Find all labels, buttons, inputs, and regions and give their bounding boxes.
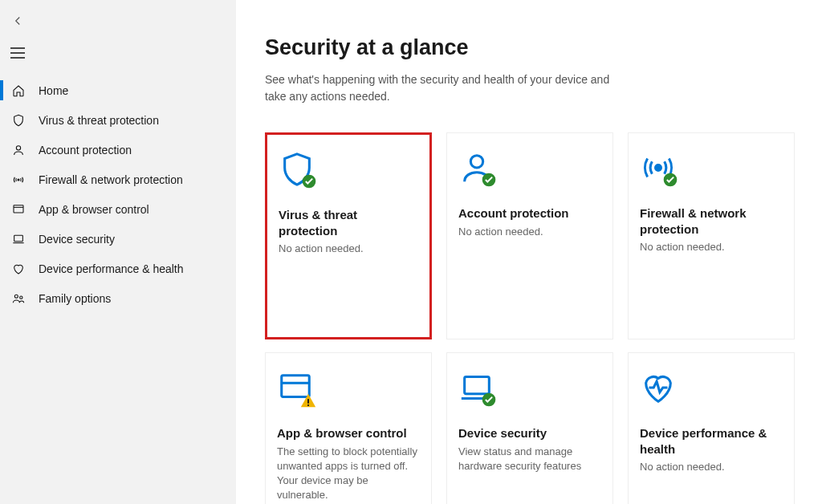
check-badge-icon [481, 392, 497, 408]
card-desc: View status and manage hardware security… [458, 445, 601, 474]
page-subtitle: See what's happening with the security a… [265, 71, 610, 105]
svg-rect-12 [307, 399, 309, 404]
sidebar-item-home[interactable]: Home [0, 75, 236, 105]
nav-list: Home Virus & threat protection Account p… [0, 75, 236, 313]
sidebar-item-account[interactable]: Account protection [0, 135, 236, 165]
card-desc: The setting to block potentially unwante… [277, 445, 420, 503]
card-title: Firewall & network protection [640, 205, 783, 237]
svg-rect-13 [307, 404, 309, 406]
warning-badge-icon [299, 392, 317, 409]
heart-icon [640, 369, 677, 406]
svg-point-9 [656, 165, 661, 171]
broadcast-icon [12, 173, 25, 186]
laptop-icon [12, 233, 25, 246]
card-firewall[interactable]: Firewall & network protection No action … [628, 132, 795, 339]
svg-point-5 [20, 296, 22, 299]
family-icon [12, 292, 25, 305]
card-title: Device performance & health [640, 425, 783, 457]
nav-label: App & browser control [39, 203, 149, 216]
card-app-browser[interactable]: App & browser control The setting to blo… [265, 352, 432, 504]
nav-label: Device security [39, 233, 115, 246]
nav-label: Home [39, 84, 68, 97]
sidebar-item-firewall[interactable]: Firewall & network protection [0, 165, 236, 194]
card-device-security[interactable]: Device security View status and manage h… [446, 352, 613, 504]
hamburger-icon [10, 47, 25, 59]
card-title: Virus & threat protection [279, 207, 418, 238]
nav-label: Firewall & network protection [39, 173, 183, 186]
nav-label: Account protection [39, 144, 132, 156]
card-title: App & browser control [277, 425, 420, 441]
svg-point-7 [470, 156, 482, 168]
sidebar-item-device-security[interactable]: Device security [0, 224, 236, 254]
card-device-performance[interactable]: Device performance & health No action ne… [628, 352, 795, 504]
heart-icon [12, 262, 25, 275]
check-badge-icon [301, 173, 317, 189]
card-title: Device security [458, 425, 601, 441]
card-desc: No action needed. [458, 225, 601, 239]
sidebar-item-family[interactable]: Family options [0, 283, 236, 313]
browser-icon [12, 203, 25, 216]
nav-label: Family options [39, 292, 111, 305]
back-arrow-icon [10, 14, 25, 28]
home-icon [12, 84, 25, 97]
card-desc: No action needed. [640, 240, 783, 254]
sidebar-item-app-browser[interactable]: App & browser control [0, 194, 236, 224]
svg-point-1 [18, 179, 19, 181]
svg-point-4 [14, 295, 18, 298]
svg-point-0 [16, 145, 20, 149]
svg-rect-3 [14, 235, 23, 241]
sidebar-item-performance[interactable]: Device performance & health [0, 254, 236, 283]
back-button[interactable] [0, 5, 35, 37]
card-desc: No action needed. [640, 460, 783, 474]
nav-label: Device performance & health [39, 262, 184, 275]
card-account-protection[interactable]: Account protection No action needed. [446, 132, 613, 339]
cards-row-2: App & browser control The setting to blo… [265, 352, 822, 504]
cards-row-1: Virus & threat protection No action need… [265, 132, 822, 339]
main-content: Security at a glance See what's happenin… [236, 0, 822, 504]
card-virus-threat[interactable]: Virus & threat protection No action need… [265, 132, 432, 339]
sidebar-item-virus[interactable]: Virus & threat protection [0, 105, 236, 135]
person-icon [12, 144, 25, 156]
card-title: Account protection [458, 205, 601, 222]
card-desc: No action needed. [279, 242, 418, 256]
page-title: Security at a glance [265, 35, 822, 60]
sidebar: Home Virus & threat protection Account p… [0, 0, 236, 504]
svg-rect-2 [14, 205, 23, 212]
shield-icon [12, 114, 25, 127]
menu-button[interactable] [0, 37, 35, 69]
nav-label: Virus & threat protection [39, 114, 159, 127]
check-badge-icon [481, 172, 497, 188]
check-badge-icon [662, 172, 678, 188]
